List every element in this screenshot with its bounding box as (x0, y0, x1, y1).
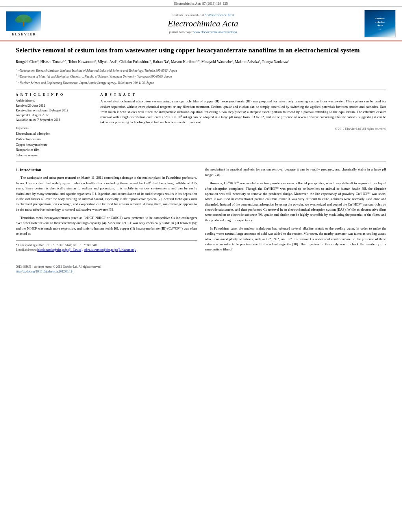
issn-line: 0013-4686/$ – see front matter © 2012 El… (16, 265, 386, 269)
affiliations: a ᵃ Nanosystem Research Institute, Natio… (16, 67, 386, 85)
body-para-2: Transition metal hexacyanoferrates (such… (16, 215, 197, 236)
citation-bar: Electrochimica Acta 87 (2013) 119–125 (0, 0, 402, 7)
keyword-5: Selective removal (16, 153, 93, 158)
affiliation-b: b ᵇ Department of Material and Biologica… (16, 73, 386, 79)
elsevier-label: ELSEVIER (6, 32, 42, 36)
available-date: Available online 7 September 2012 (16, 118, 93, 122)
doi-link[interactable]: http://dx.doi.org/10.1016/j.electacta.20… (16, 270, 74, 273)
email-link-1[interactable]: hisashi.tanaka@aist.go.jp (H. Tanaka), (37, 248, 83, 252)
revised-date: Received in revised form 16 August 2012 (16, 108, 93, 113)
footnote-star: * Corresponding author. Tel.: +81 29 861… (16, 243, 197, 247)
contents-line: Contents lists available at SciVerse Sci… (46, 13, 360, 17)
body-para-4: However, CuᴵᴵHCFᴵᴵᴵ was available as fin… (205, 181, 387, 223)
keyword-3: Copper hexacyanoferrate (16, 142, 93, 148)
divider-2 (16, 161, 386, 161)
footnotes: * Corresponding author. Tel.: +81 29 861… (16, 240, 197, 252)
authors-line: Rongzhi Chena, Hisashi Tanakaa,*, Tohru … (16, 59, 386, 65)
journal-center: Contents lists available at SciVerse Sci… (42, 13, 364, 34)
article-history-label: Article history: (16, 99, 93, 102)
divider-1 (16, 89, 386, 89)
article-info-heading: A R T I C L E I N F O (16, 93, 93, 96)
elsevier-logo: ELSEVIER (6, 11, 42, 36)
keywords-label: Keywords: (16, 126, 93, 130)
svg-point-3 (15, 17, 23, 23)
journal-title: Electrochimica Acta (46, 19, 360, 29)
homepage-line: journal homepage: www.elsevier.com/locat… (46, 30, 360, 34)
abstract-heading: A B S T R A C T (100, 93, 386, 96)
body-para-3: the precipitant in practical analysis fo… (205, 167, 387, 178)
body-col-right: the precipitant in practical analysis fo… (205, 167, 387, 255)
article-info-col: A R T I C L E I N F O Article history: R… (16, 93, 93, 158)
article-content: Selective removal of cesium ions from wa… (0, 41, 402, 262)
article-info-abstract: A R T I C L E I N F O Article history: R… (16, 93, 386, 158)
doi-line: http://dx.doi.org/10.1016/j.electacta.20… (16, 269, 386, 274)
keyword-1: Electrochemical adsorption (16, 131, 93, 137)
article-title: Selective removal of cesium ions from wa… (16, 46, 386, 55)
body-para-5: In Fukushima case, the nuclear meltdowns… (205, 226, 387, 252)
body-para-1: The earthquake and subsequent tsunami on… (16, 175, 197, 212)
copyright-line: © 2012 Elsevier Ltd. All rights reserved… (100, 127, 386, 131)
affiliation-c: c ᶜ Nuclear Science and Engineering Dire… (16, 80, 386, 85)
journal-header: ELSEVIER Contents lists available at Sci… (0, 7, 402, 41)
sciverse-link[interactable]: SciVerse ScienceDirect (205, 13, 234, 17)
keywords-list: Electrochemical adsorption Radioactive c… (16, 131, 93, 158)
svg-point-4 (24, 17, 32, 23)
section1-title: 1. Introduction (16, 167, 197, 173)
affiliation-a: a ᵃ Nanosystem Research Institute, Natio… (16, 67, 386, 73)
keyword-4: Nanoparticles film (16, 147, 93, 153)
elsevier-logo-box (6, 11, 41, 31)
abstract-text: A novel electrochemical adsorption syste… (100, 99, 386, 125)
bottom-bar: 0013-4686/$ – see front matter © 2012 El… (0, 262, 402, 276)
keyword-2: Radioactive cesium (16, 137, 93, 142)
svg-rect-2 (23, 22, 24, 26)
footnote-email: E-mail addresses: hisashi.tanaka@aist.go… (16, 248, 197, 252)
received-date: Received 29 June 2012 (16, 104, 93, 108)
abstract-col: A B S T R A C T A novel electrochemical … (100, 93, 386, 158)
body-col-left: 1. Introduction The earthquake and subse… (16, 167, 197, 255)
body-columns: 1. Introduction The earthquake and subse… (16, 167, 386, 255)
accepted-date: Accepted 31 August 2012 (16, 113, 93, 118)
homepage-link[interactable]: www.elsevier.com/locate/electacta (193, 30, 237, 34)
journal-logo-right: Electro- chimica Acta ISE (364, 10, 396, 37)
citation-text: Electrochimica Acta 87 (2013) 119–125 (174, 2, 228, 6)
email-link-2[interactable]: tohru.kawamoto@aist.go.jp (T. Kawamoto). (84, 248, 136, 252)
